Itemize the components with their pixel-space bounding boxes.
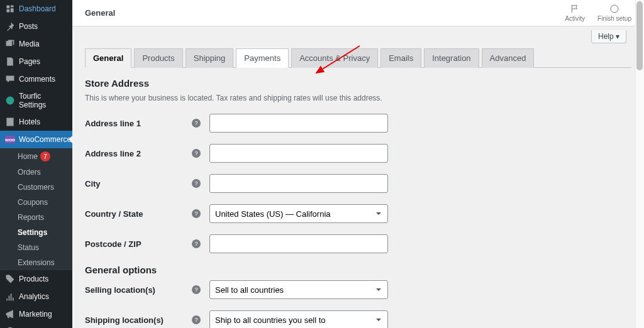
flag-icon [570, 4, 580, 14]
section-heading-store-address: Store Address [85, 78, 631, 89]
sidebar-item-analytics[interactable]: Analytics [0, 288, 72, 305]
select-country-state[interactable]: United States (US) — California [209, 204, 388, 223]
media-icon [5, 39, 15, 49]
row-address2: Address line 2 ? [85, 144, 631, 163]
woocommerce-submenu: Home 7 Orders Customers Coupons Reports … [0, 148, 72, 270]
tab-advanced[interactable]: Advanced [482, 48, 535, 68]
section-desc: This is where your business is located. … [85, 94, 631, 102]
settings-content: Help ▾ General Products Shipping Payment… [72, 26, 644, 328]
submenu-reports[interactable]: Reports [0, 210, 72, 225]
analytics-icon [5, 292, 15, 302]
help-toggle[interactable]: Help ▾ [591, 30, 626, 43]
pin-icon [5, 21, 15, 31]
sidebar-item-dashboard[interactable]: Dashboard [0, 0, 72, 18]
sidebar-item-posts[interactable]: Posts [0, 18, 72, 35]
row-address1: Address line 1 ? [85, 114, 631, 133]
woocommerce-icon: woo [5, 134, 15, 145]
row-country-state: Country / State ? United States (US) — C… [85, 204, 631, 223]
section-heading-general-options: General options [85, 265, 631, 275]
sidebar-item-hotels[interactable]: Hotels [0, 113, 72, 131]
row-selling-locations: Selling location(s) ? Sell to all countr… [85, 280, 631, 299]
tab-payments[interactable]: Payments [236, 48, 289, 68]
admin-sidebar: Dashboard Posts Media Pages Comments Tou… [0, 0, 72, 328]
marketing-icon [5, 309, 15, 319]
pages-icon [5, 57, 15, 67]
help-icon[interactable]: ? [192, 149, 201, 158]
settings-tabs: General Products Shipping Payments Accou… [85, 48, 631, 68]
finish-setup-button[interactable]: Finish setup [597, 4, 631, 22]
label-postcode: Postcode / ZIP [85, 239, 192, 249]
input-city[interactable] [209, 174, 388, 193]
tab-emails[interactable]: Emails [380, 48, 421, 68]
sidebar-item-woocommerce[interactable]: wooWooCommerce [0, 131, 72, 148]
sidebar-item-marketing[interactable]: Marketing [0, 305, 72, 323]
label-shipping-locations: Shipping location(s) [85, 315, 192, 325]
tab-general[interactable]: General [85, 48, 131, 68]
svg-point-6 [611, 5, 618, 13]
topbar: General Activity Finish setup [72, 0, 644, 26]
row-shipping-locations: Shipping location(s) ? Ship to all count… [85, 310, 631, 328]
tab-accounts-privacy[interactable]: Accounts & Privacy [291, 48, 378, 68]
scrollbar-thumb[interactable] [636, 1, 643, 70]
input-address2[interactable] [209, 144, 388, 163]
label-country-state: Country / State [85, 209, 192, 219]
badge-count: 7 [40, 151, 50, 161]
tab-integration[interactable]: Integration [424, 48, 479, 68]
row-city: City ? [85, 174, 631, 193]
submenu-orders[interactable]: Orders [0, 165, 72, 180]
select-shipping-locations[interactable]: Ship to all countries you sell to [209, 310, 388, 328]
main-content: General Activity Finish setup Help ▾ Gen… [72, 0, 644, 328]
label-address2: Address line 2 [85, 149, 192, 158]
label-city: City [85, 179, 192, 189]
label-address1: Address line 1 [85, 119, 192, 128]
sidebar-item-media[interactable]: Media [0, 35, 72, 53]
submenu-coupons[interactable]: Coupons [0, 195, 72, 210]
label-selling-locations: Selling location(s) [85, 285, 192, 295]
sidebar-item-comments[interactable]: Comments [0, 70, 72, 88]
select-selling-locations[interactable]: Sell to all countries [209, 280, 388, 299]
sidebar-item-pages[interactable]: Pages [0, 53, 72, 70]
sidebar-item-tourfic[interactable]: Tourfic Settings [0, 88, 72, 113]
activity-button[interactable]: Activity [565, 4, 585, 22]
row-postcode: Postcode / ZIP ? [85, 234, 631, 253]
submenu-customers[interactable]: Customers [0, 180, 72, 195]
input-address1[interactable] [209, 114, 388, 133]
tab-shipping[interactable]: Shipping [186, 48, 234, 68]
scrollbar[interactable] [635, 0, 644, 328]
help-icon[interactable]: ? [192, 315, 201, 324]
tab-products[interactable]: Products [134, 48, 182, 68]
sidebar-item-products[interactable]: Products [0, 270, 72, 288]
dashboard-icon [5, 4, 15, 14]
submenu-extensions[interactable]: Extensions [0, 255, 72, 270]
tourfic-icon [5, 96, 15, 106]
sidebar-item-elementor[interactable]: Elementor [0, 323, 72, 328]
comment-icon [5, 74, 15, 84]
page-title: General [85, 8, 115, 18]
help-icon[interactable]: ? [192, 119, 201, 128]
submenu-home[interactable]: Home 7 [0, 148, 72, 165]
submenu-settings[interactable]: Settings [0, 225, 72, 240]
products-icon [5, 274, 15, 284]
help-icon[interactable]: ? [192, 209, 201, 218]
input-postcode[interactable] [209, 234, 388, 253]
submenu-status[interactable]: Status [0, 240, 72, 255]
help-icon[interactable]: ? [192, 179, 201, 188]
hotels-icon [5, 117, 15, 127]
circle-icon [609, 4, 619, 14]
help-icon[interactable]: ? [192, 285, 201, 294]
svg-point-0 [6, 97, 14, 105]
help-icon[interactable]: ? [192, 239, 201, 248]
